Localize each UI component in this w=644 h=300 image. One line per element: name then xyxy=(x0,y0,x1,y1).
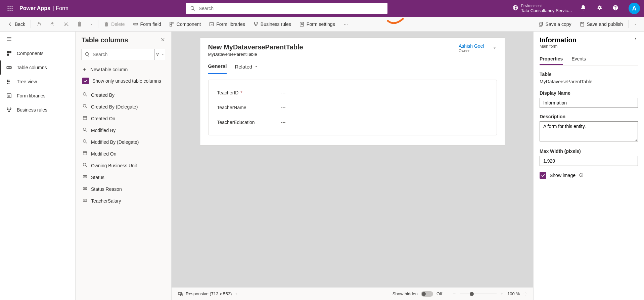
panel-title: Table columns xyxy=(82,36,128,44)
paste-dropdown[interactable] xyxy=(87,22,96,26)
unused-columns-label: Show only unused table columns xyxy=(92,78,161,84)
props-title: Information xyxy=(540,36,577,44)
column-item[interactable]: Created On xyxy=(82,113,165,124)
save-publish-dropdown[interactable] xyxy=(631,22,640,26)
svg-point-18 xyxy=(255,25,256,26)
responsive-dropdown-icon[interactable] xyxy=(234,292,238,296)
form-field-button[interactable]: AbcForm field xyxy=(130,19,165,29)
environment-value: Tata Consultancy Servic… xyxy=(521,8,572,13)
new-table-column-button[interactable]: New table column xyxy=(82,64,165,75)
svg-rect-58 xyxy=(502,293,502,295)
chevron-down-icon[interactable] xyxy=(492,46,497,50)
business-rules-button[interactable]: Business rules xyxy=(250,19,294,29)
form-field-row[interactable]: TeacherEducation--- xyxy=(217,115,488,130)
display-name-input[interactable] xyxy=(540,98,638,108)
notifications-icon[interactable] xyxy=(578,3,588,14)
max-width-label: Max Width (pixels) xyxy=(540,148,638,154)
save-copy-button[interactable]: Save a copy xyxy=(535,19,575,29)
svg-point-6 xyxy=(8,10,9,11)
form-field-row[interactable]: TeacherID*--- xyxy=(217,85,488,100)
form-field-row[interactable]: TeacherName--- xyxy=(217,100,488,115)
undo-button[interactable] xyxy=(33,19,45,29)
column-item[interactable]: Modified By (Delegate) xyxy=(82,136,165,148)
table-label: Table xyxy=(540,72,638,77)
svg-text:JS: JS xyxy=(8,95,10,97)
display-name-label: Display Name xyxy=(540,90,638,96)
column-item[interactable]: Created By (Delegate) xyxy=(82,101,165,113)
tab-events[interactable]: Events xyxy=(571,53,586,65)
nav-table-columns[interactable]: AbcTable columns xyxy=(0,60,75,75)
form-settings-button[interactable]: Form settings xyxy=(296,19,338,29)
svg-point-21 xyxy=(344,24,345,24)
column-search[interactable] xyxy=(82,49,154,60)
description-input[interactable] xyxy=(540,121,638,141)
show-image-label: Show image xyxy=(550,173,576,178)
paste-button[interactable] xyxy=(73,19,85,29)
zoom-slider[interactable] xyxy=(460,294,497,294)
global-search[interactable] xyxy=(186,3,387,14)
svg-point-42 xyxy=(9,111,10,112)
column-item[interactable]: Status xyxy=(82,171,165,183)
close-icon[interactable] xyxy=(160,37,165,43)
svg-point-23 xyxy=(347,24,348,24)
column-item[interactable]: Modified By xyxy=(82,124,165,136)
user-avatar[interactable]: A xyxy=(629,3,640,14)
column-search-input[interactable] xyxy=(93,52,151,57)
overflow-button[interactable] xyxy=(340,19,352,29)
save-publish-button[interactable]: Save and publish xyxy=(576,19,626,29)
field-label: TeacherID* xyxy=(217,90,281,95)
svg-point-40 xyxy=(7,108,8,109)
svg-text:Abc: Abc xyxy=(134,23,138,25)
show-hidden-label: Show hidden xyxy=(393,291,418,296)
environment-label: Environment xyxy=(521,4,572,8)
help-icon[interactable] xyxy=(610,3,620,14)
owner-label: Owner xyxy=(459,49,469,53)
nav-tree-view[interactable]: Tree view xyxy=(0,75,75,89)
component-button[interactable]: Component xyxy=(166,19,204,29)
info-icon[interactable] xyxy=(579,173,584,178)
column-item[interactable]: Modified On xyxy=(82,148,165,160)
svg-point-47 xyxy=(83,140,86,142)
svg-point-2 xyxy=(12,6,13,7)
column-item[interactable]: 123TeacherSalary xyxy=(82,195,165,207)
show-image-checkbox[interactable] xyxy=(540,172,546,179)
delete-button[interactable]: Delete xyxy=(100,19,128,29)
column-label: TeacherSalary xyxy=(91,198,121,204)
form-libraries-button[interactable]: JSForm libraries xyxy=(205,19,248,29)
nav-collapse-icon[interactable] xyxy=(0,32,75,46)
tab-general[interactable]: General xyxy=(208,59,227,74)
column-item[interactable]: Created By xyxy=(82,89,165,101)
zoom-out-icon[interactable] xyxy=(452,292,456,296)
redo-button[interactable] xyxy=(46,19,58,29)
app-launcher-icon[interactable] xyxy=(4,5,16,11)
chevron-right-icon[interactable] xyxy=(633,36,638,41)
nav-business-rules[interactable]: Business rules xyxy=(0,103,75,117)
field-value: --- xyxy=(281,90,286,95)
cut-button[interactable] xyxy=(60,19,72,29)
column-type-icon xyxy=(82,115,88,122)
tab-related[interactable]: Related xyxy=(235,59,258,74)
column-filter-button[interactable] xyxy=(154,49,165,60)
svg-point-8 xyxy=(12,10,13,11)
nav-form-libraries[interactable]: JSForm libraries xyxy=(0,89,75,103)
show-hidden-toggle[interactable] xyxy=(421,291,433,297)
nav-components[interactable]: Components xyxy=(0,46,75,60)
max-width-input[interactable] xyxy=(540,156,638,166)
column-item[interactable]: Owning Business Unit xyxy=(82,160,165,171)
fit-icon[interactable] xyxy=(523,292,527,296)
back-button[interactable]: Back xyxy=(4,19,29,29)
svg-rect-60 xyxy=(581,174,581,176)
description-label: Description xyxy=(540,114,638,119)
column-type-icon xyxy=(82,103,88,110)
svg-point-7 xyxy=(10,10,11,11)
tab-properties[interactable]: Properties xyxy=(540,53,563,65)
settings-icon[interactable] xyxy=(594,3,604,14)
owner-name[interactable]: Ashish Goel xyxy=(459,43,484,49)
svg-rect-28 xyxy=(7,39,11,39)
search-input[interactable] xyxy=(199,6,383,11)
unused-columns-checkbox[interactable] xyxy=(82,78,89,84)
column-item[interactable]: Status Reason xyxy=(82,183,165,195)
form-subtitle: MyDataverseParentTable xyxy=(208,52,303,57)
zoom-in-icon[interactable] xyxy=(500,292,504,296)
environment-picker[interactable]: Environment Tata Consultancy Servic… xyxy=(512,4,572,13)
